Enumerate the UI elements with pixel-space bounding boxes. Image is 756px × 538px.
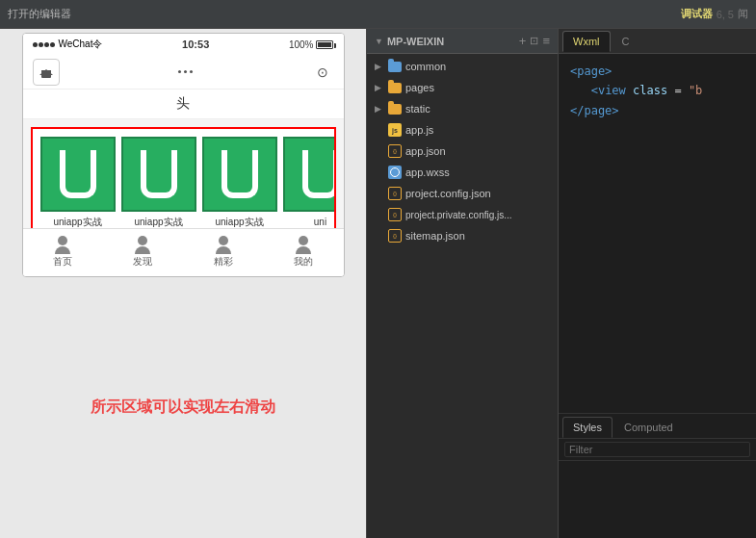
- content-area: WeChat令 10:53 100%: [0, 29, 756, 538]
- filetree-header: ▼ MP-WEIXIN + ⊡ ≡: [367, 29, 558, 54]
- course-card-4: uni免费: [283, 137, 334, 228]
- tab-wxml[interactable]: Wxml: [562, 31, 611, 52]
- tree-label-pages: pages: [405, 82, 434, 93]
- app-container: 打开的编辑器 调试器 6, 5 闻: [0, 0, 756, 538]
- line-info: 6, 5: [717, 9, 734, 20]
- page-header: 头: [23, 90, 344, 119]
- code-attr-class: class: [633, 84, 667, 97]
- course-title-3: uniapp实战免费: [215, 216, 263, 228]
- filetree-refresh-icon[interactable]: ⊡: [530, 35, 538, 47]
- course-card-1: uniapp实战免费: [40, 137, 116, 228]
- scroll-area[interactable]: uniapp实战免费 uniapp实战免费: [31, 127, 336, 228]
- code-line-3: </page>: [570, 101, 744, 120]
- tab-highlights-icon: [213, 236, 234, 253]
- code-indent: [570, 84, 584, 97]
- status-right: 100%: [289, 39, 334, 50]
- tree-item-appwxss[interactable]: app.wxss: [367, 162, 558, 183]
- code-tab-bar: Wxml C: [559, 29, 756, 54]
- filetree-arrow: ▼: [375, 37, 383, 46]
- filetree-menu-icon[interactable]: ≡: [542, 34, 550, 48]
- folder-icon-static: [388, 104, 402, 115]
- phone-simulator-panel: WeChat令 10:53 100%: [0, 29, 366, 538]
- styles-panel: Styles Computed: [559, 413, 756, 538]
- home-icon: [39, 66, 53, 78]
- course-icon-4: [283, 137, 334, 212]
- course-icon-2: [121, 137, 196, 212]
- js-icon-appjs: js: [388, 123, 402, 137]
- tab-computed[interactable]: Computed: [614, 417, 683, 438]
- tab-highlights-label: 精彩: [214, 255, 233, 269]
- phone-content[interactable]: uniapp实战免费 uniapp实战免费: [23, 119, 344, 228]
- status-left: WeChat令: [33, 38, 103, 51]
- phone-nav-bar: ⊙: [23, 55, 344, 90]
- course-card-3: uniapp实战免费: [202, 137, 277, 228]
- tree-item-projectprivate[interactable]: {} project.private.config.js...: [367, 204, 558, 225]
- status-time: 10:53: [182, 38, 209, 50]
- folder-icon-common: [388, 62, 402, 72]
- tab-highlights[interactable]: 精彩: [183, 229, 263, 276]
- tree-arrow-pages: ▶: [375, 83, 384, 92]
- styles-tab-bar: Styles Computed: [559, 414, 756, 439]
- filter-input[interactable]: [564, 442, 750, 457]
- tab-mine-label: 我的: [294, 255, 313, 269]
- home-button[interactable]: [33, 59, 60, 86]
- tab-home-label: 首页: [53, 255, 72, 269]
- tree-item-pages[interactable]: ▶ pages: [367, 77, 558, 98]
- main-toolbar: 打开的编辑器 调试器 6, 5 闻: [0, 0, 756, 29]
- tab-styles[interactable]: Styles: [562, 417, 613, 438]
- tree-label-sitemap: sitemap.json: [405, 230, 465, 242]
- battery-icon: [316, 40, 333, 49]
- tree-label-static: static: [405, 103, 430, 115]
- code-line-1: <page>: [570, 62, 744, 81]
- tree-item-appjson[interactable]: {} app.json: [367, 141, 558, 162]
- json-icon-projectconfig: {}: [388, 187, 402, 200]
- extra-tab[interactable]: 闻: [738, 7, 748, 21]
- tab-discover[interactable]: 发现: [103, 229, 183, 276]
- code-val-class: "b: [689, 84, 702, 97]
- json-icon-sitemap: {}: [388, 229, 402, 243]
- filetree-add-icon[interactable]: +: [519, 34, 527, 48]
- tree-item-projectconfig[interactable]: {} project.config.json: [367, 183, 558, 204]
- course-icon-1: [40, 137, 116, 212]
- course-title-1: uniapp实战免费: [53, 216, 101, 228]
- tree-item-appjs[interactable]: js app.js: [367, 119, 558, 141]
- tab-discover-icon: [132, 236, 153, 253]
- json-icon-projectprivate: {}: [388, 208, 402, 221]
- u-shape-3: [222, 150, 258, 198]
- course-title-4: uni免费: [311, 216, 330, 228]
- code-eq: =: [674, 84, 681, 97]
- tree-item-common[interactable]: ▶ common: [367, 56, 558, 77]
- file-tree-body: ▶ common ▶ pages ▶ static js: [367, 54, 558, 538]
- code-tag-page-close: </page>: [570, 104, 619, 117]
- tree-label-common: common: [405, 61, 446, 72]
- wxss-icon-appwxss: [388, 166, 402, 179]
- nav-reload-icon[interactable]: ⊙: [311, 61, 334, 84]
- phone-bottom-tabs: 首页 发现 精彩: [23, 228, 344, 276]
- tree-label-projectconfig: project.config.json: [405, 188, 491, 199]
- folder-icon-pages: [388, 83, 402, 93]
- tab-css[interactable]: C: [613, 31, 639, 52]
- tree-label-appjs: app.js: [405, 124, 433, 136]
- filter-row: [559, 439, 756, 461]
- tab-mine-icon: [293, 236, 314, 253]
- tree-arrow-static: ▶: [375, 104, 384, 114]
- tree-arrow-common: ▶: [375, 62, 384, 71]
- carrier-text: WeChat令: [59, 38, 103, 51]
- tree-item-static[interactable]: ▶ static: [367, 98, 558, 119]
- tab-mine[interactable]: 我的: [263, 229, 343, 276]
- scroll-hint-text: 所示区域可以实现左右滑动: [91, 397, 275, 418]
- course-card-2: uniapp实战免费: [121, 137, 196, 228]
- json-icon-appjson: {}: [388, 144, 402, 158]
- tree-item-sitemap[interactable]: {} sitemap.json: [367, 225, 558, 246]
- code-line-2: <view class = "b: [570, 81, 744, 100]
- wxss-shape: [390, 167, 400, 177]
- filetree-title: MP-WEIXIN: [387, 36, 515, 47]
- tab-home[interactable]: 首页: [23, 229, 103, 276]
- right-panel: Wxml C <page> <view class = "b </page>: [559, 29, 756, 538]
- u-shape-2: [141, 150, 177, 198]
- tree-label-appwxss: app.wxss: [405, 167, 450, 178]
- debugger-label[interactable]: 调试器: [681, 7, 713, 21]
- signal-icon: [33, 42, 55, 47]
- nav-dots[interactable]: [178, 70, 193, 73]
- u-shape-4: [302, 150, 334, 198]
